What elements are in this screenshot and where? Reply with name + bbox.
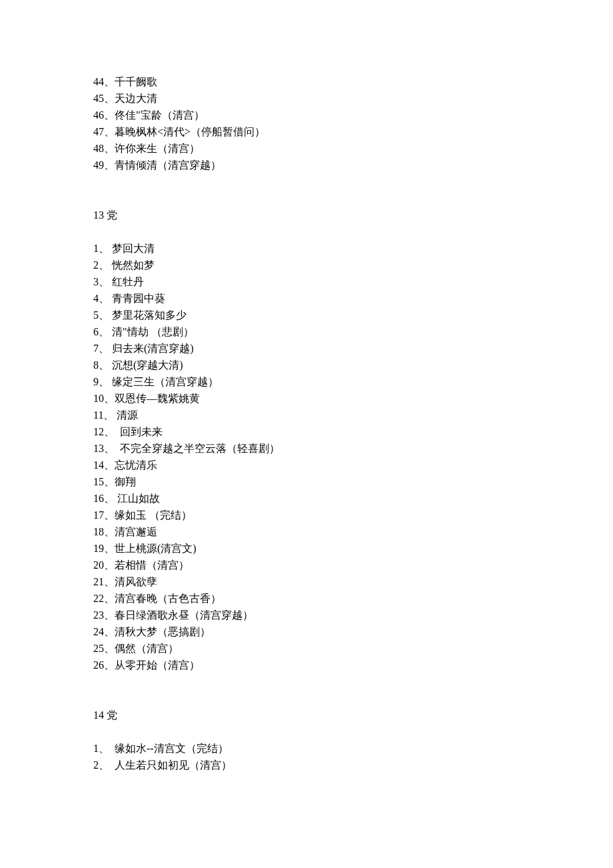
list-item: 25、偶然（清宫） — [93, 640, 520, 657]
section-title-13: 13 党 — [93, 207, 520, 223]
list-item: 9、 缘定三生（清宫穿越） — [93, 373, 520, 390]
list-item: 20、若相惜（清宫） — [93, 557, 520, 573]
list-item: 23、春日绿酒歌永昼（清宫穿越） — [93, 607, 520, 623]
list-item: 26、从零开始（清宫） — [93, 657, 520, 673]
list-item: 1、 缘如水--清宫文（完结） — [93, 740, 520, 757]
list-item: 7、 归去来(清宫穿越) — [93, 340, 520, 357]
list-item: 6、 清"情劫 （悲剧） — [93, 323, 520, 340]
list-item: 46、佟佳"宝龄（清宫） — [93, 107, 520, 123]
list-item: 15、御翔 — [93, 473, 520, 490]
list-item: 14、忘忧清乐 — [93, 457, 520, 473]
list-item: 48、许你来生（清宫） — [93, 140, 520, 157]
list-item: 4、 青青园中葵 — [93, 290, 520, 307]
list-item: 19、世上桃源(清宫文) — [93, 540, 520, 557]
list-item: 2、 恍然如梦 — [93, 257, 520, 273]
list-item: 1、 梦回大清 — [93, 240, 520, 257]
section-title-14: 14 党 — [93, 707, 520, 723]
list-item: 11、 清源 — [93, 407, 520, 423]
list-item: 5、 梦里花落知多少 — [93, 307, 520, 323]
list-item: 49、青情倾清（清宫穿越） — [93, 157, 520, 173]
list-item: 16、 江山如故 — [93, 490, 520, 507]
list-item: 17、缘如玉 （完结） — [93, 507, 520, 523]
list-item: 24、清秋大梦（恶搞剧） — [93, 623, 520, 640]
document-page: 44、千千阙歌 45、天边大清 46、佟佳"宝龄（清宫） 47、暮晚枫林<清代>… — [0, 0, 613, 840]
list-item: 12、 回到未来 — [93, 423, 520, 440]
list-item: 22、清宫春晚（古色古香） — [93, 590, 520, 607]
list-item: 47、暮晚枫林<清代>（停船暂借问） — [93, 123, 520, 140]
list-item: 18、清宫邂逅 — [93, 523, 520, 540]
list-item: 2、 人生若只如初见（清宫） — [93, 757, 520, 773]
list-item: 8、 沉想(穿越大清) — [93, 357, 520, 373]
list-item: 13、 不完全穿越之半空云落（轻喜剧） — [93, 440, 520, 457]
list-item: 21、清风欲孽 — [93, 573, 520, 590]
section-14-list: 1、 缘如水--清宫文（完结） 2、 人生若只如初见（清宫） — [93, 740, 520, 773]
list-item: 10、双恩传—魏紫姚黄 — [93, 390, 520, 407]
section-13-list: 1、 梦回大清 2、 恍然如梦 3、 红牡丹 4、 青青园中葵 5、 梦里花落知… — [93, 240, 520, 673]
list-item: 45、天边大清 — [93, 90, 520, 107]
first-block: 44、千千阙歌 45、天边大清 46、佟佳"宝龄（清宫） 47、暮晚枫林<清代>… — [93, 73, 520, 173]
list-item: 3、 红牡丹 — [93, 273, 520, 290]
list-item: 44、千千阙歌 — [93, 73, 520, 90]
